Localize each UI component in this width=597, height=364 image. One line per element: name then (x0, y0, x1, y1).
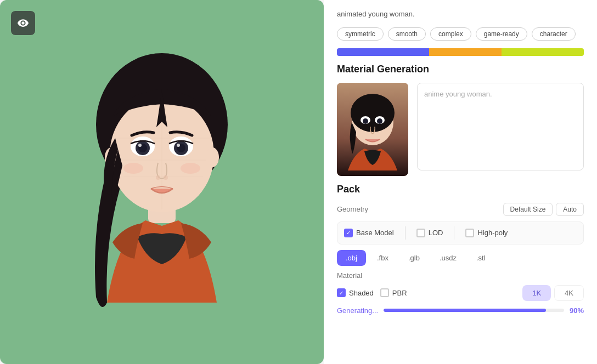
material-gen-title: Material Generation (337, 64, 584, 75)
high-poly-option[interactable]: High-poly (465, 229, 508, 237)
shaded-option[interactable]: ✓ Shaded (337, 288, 374, 297)
default-size-button[interactable]: Default Size (503, 203, 553, 216)
svg-point-19 (164, 175, 168, 180)
svg-point-17 (177, 144, 180, 147)
format-row: .obj .fbx .glb .usdz .stl (337, 250, 584, 266)
material-gen-section: anime young woman. (337, 83, 584, 176)
geometry-label: Geometry (337, 205, 368, 213)
svg-point-27 (363, 118, 368, 124)
checkmark-icon: ✓ (346, 230, 351, 236)
separator-2 (454, 226, 454, 240)
character-viewport (0, 0, 324, 364)
pack-title: Pack (337, 184, 584, 195)
shaded-checkmark: ✓ (339, 290, 343, 296)
separator-1 (405, 226, 405, 240)
pbr-checkbox[interactable] (380, 288, 389, 297)
svg-point-20 (123, 163, 143, 174)
base-model-option[interactable]: ✓ Base Model (344, 229, 394, 237)
color-seg-orange (429, 48, 502, 56)
progress-percent: 90% (570, 306, 584, 315)
tag-smooth[interactable]: smooth (388, 27, 426, 41)
progress-container: Generating... 90% (337, 306, 584, 315)
svg-point-14 (138, 144, 142, 147)
geometry-row: Geometry Default Size Auto (337, 203, 584, 216)
svg-point-25 (351, 94, 395, 132)
pbr-option[interactable]: PBR (380, 288, 407, 297)
description-text: animated young woman. (337, 9, 584, 20)
res-4k-button[interactable]: 4K (554, 285, 584, 301)
high-poly-label: High-poly (477, 229, 508, 237)
color-seg-yellow (502, 48, 584, 56)
color-seg-blue (337, 48, 429, 56)
tag-character[interactable]: character (532, 27, 576, 41)
progress-bar-fill (384, 309, 546, 312)
prompt-text-box[interactable]: anime young woman. (417, 83, 584, 170)
svg-point-18 (156, 175, 160, 180)
format-stl-button[interactable]: .stl (468, 250, 494, 266)
pbr-label: PBR (392, 289, 407, 297)
geometry-options-row: ✓ Base Model LOD High-poly (337, 221, 584, 244)
tag-symmetric[interactable]: symmetric (337, 27, 384, 41)
shaded-label: Shaded (349, 289, 374, 297)
lod-option[interactable]: LOD (416, 229, 443, 237)
character-illustration (52, 29, 272, 335)
right-panel: animated young woman. symmetric smooth c… (324, 0, 597, 364)
format-obj-button[interactable]: .obj (337, 250, 366, 266)
size-buttons: Default Size Auto (503, 203, 584, 216)
color-palette-bar (337, 48, 584, 56)
format-glb-button[interactable]: .glb (399, 250, 429, 266)
auto-button[interactable]: Auto (556, 203, 584, 216)
generating-label: Generating... (337, 306, 378, 315)
base-model-checkbox[interactable]: ✓ (344, 229, 353, 237)
material-label: Material (337, 271, 584, 280)
tag-complex[interactable]: complex (430, 27, 471, 41)
high-poly-checkbox[interactable] (465, 229, 474, 237)
format-fbx-button[interactable]: .fbx (368, 250, 397, 266)
tags-row: symmetric smooth complex game-ready char… (337, 27, 584, 41)
res-1k-button[interactable]: 1K (522, 285, 551, 301)
shaded-checkbox[interactable]: ✓ (337, 288, 346, 297)
base-model-label: Base Model (356, 229, 394, 237)
resolution-row: 1K 4K (522, 285, 584, 301)
svg-point-29 (377, 118, 382, 124)
eye-toggle-button[interactable] (11, 11, 35, 35)
reference-image (337, 83, 408, 176)
material-options-row: ✓ Shaded PBR 1K 4K (337, 285, 584, 301)
svg-point-8 (206, 147, 219, 167)
eye-icon (17, 17, 29, 29)
tag-game-ready[interactable]: game-ready (476, 27, 527, 41)
lod-label: LOD (429, 229, 443, 237)
prompt-placeholder: anime young woman. (424, 90, 492, 98)
reference-image-svg (337, 83, 408, 176)
svg-point-21 (181, 163, 200, 174)
format-usdz-button[interactable]: .usdz (431, 250, 465, 266)
pack-section: Geometry Default Size Auto ✓ Base Model … (337, 203, 584, 315)
progress-bar-bg (384, 309, 564, 312)
lod-checkbox[interactable] (416, 229, 425, 237)
